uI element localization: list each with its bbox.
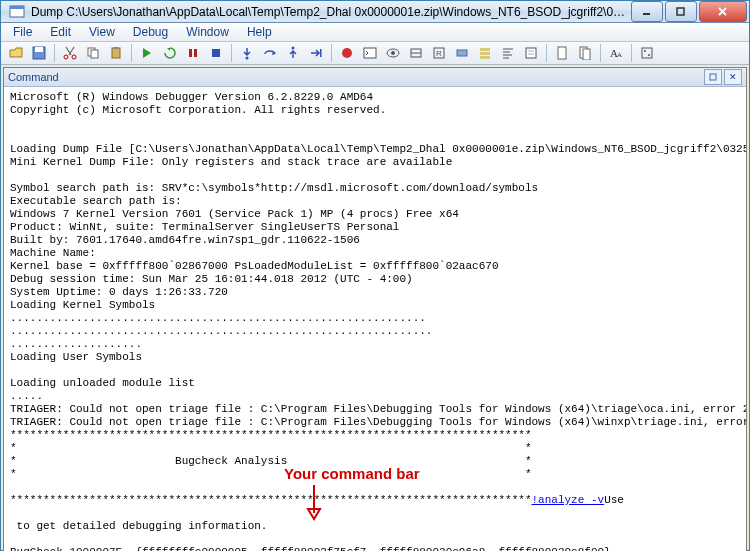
tool-break-icon[interactable] — [182, 42, 204, 64]
toolbar-separator — [231, 44, 232, 62]
toolbar-separator — [546, 44, 547, 62]
svg-rect-7 — [35, 47, 43, 52]
svg-rect-3 — [677, 8, 684, 15]
tool-watch-icon[interactable] — [382, 42, 404, 64]
tool-save-icon[interactable] — [28, 42, 50, 64]
tool-options-icon[interactable] — [636, 42, 658, 64]
tool-bp-icon[interactable] — [336, 42, 358, 64]
svg-rect-38 — [642, 48, 652, 58]
tool-font-icon[interactable]: AA — [605, 42, 627, 64]
menu-window[interactable]: Window — [178, 23, 237, 41]
svg-rect-30 — [480, 52, 490, 55]
svg-point-20 — [342, 48, 352, 58]
menu-view[interactable]: View — [81, 23, 123, 41]
toolbar-separator — [631, 44, 632, 62]
svg-rect-32 — [526, 48, 536, 58]
tool-command-icon[interactable] — [359, 42, 381, 64]
tool-paste-icon[interactable] — [105, 42, 127, 64]
svg-point-39 — [644, 50, 646, 52]
svg-rect-1 — [10, 6, 24, 9]
menu-debug[interactable]: Debug — [125, 23, 176, 41]
svg-rect-41 — [710, 74, 716, 80]
analyze-link[interactable]: !analyze -v — [532, 494, 605, 506]
toolbar-separator — [600, 44, 601, 62]
svg-rect-35 — [583, 49, 590, 60]
main-window: Dump C:\Users\Jonathan\AppData\Local\Tem… — [0, 0, 750, 551]
svg-rect-28 — [457, 50, 467, 56]
close-button[interactable] — [699, 1, 747, 22]
app-icon — [9, 4, 25, 20]
annotation-arrow-icon — [304, 485, 324, 521]
menu-help[interactable]: Help — [239, 23, 280, 41]
command-titlebar[interactable]: Command ✕ — [4, 68, 746, 87]
svg-point-40 — [648, 54, 650, 56]
command-title-label: Command — [8, 71, 59, 83]
tool-stop-icon[interactable] — [205, 42, 227, 64]
svg-rect-31 — [480, 56, 490, 59]
tool-stepover-icon[interactable] — [259, 42, 281, 64]
svg-rect-16 — [212, 49, 220, 57]
tool-locals-icon[interactable] — [405, 42, 427, 64]
svg-rect-19 — [320, 49, 322, 57]
command-close-button[interactable]: ✕ — [724, 69, 742, 85]
tool-stepinto-icon[interactable] — [236, 42, 258, 64]
tool-registers-icon[interactable]: R — [428, 42, 450, 64]
command-window: Command ✕ Microsoft (R) Windows Debugger… — [3, 67, 747, 551]
toolbar-separator — [331, 44, 332, 62]
command-output[interactable]: Microsoft (R) Windows Debugger Version 6… — [4, 87, 746, 551]
titlebar[interactable]: Dump C:\Users\Jonathan\AppData\Local\Tem… — [1, 1, 749, 23]
svg-rect-14 — [189, 49, 192, 57]
svg-rect-29 — [480, 48, 490, 51]
window-title: Dump C:\Users\Jonathan\AppData\Local\Tem… — [31, 5, 629, 19]
svg-point-23 — [391, 51, 395, 55]
svg-rect-15 — [194, 49, 197, 57]
tool-cut-icon[interactable] — [59, 42, 81, 64]
tool-memory-icon[interactable] — [451, 42, 473, 64]
tool-source-icon[interactable] — [551, 42, 573, 64]
tool-open-icon[interactable] — [5, 42, 27, 64]
menu-file[interactable]: File — [5, 23, 40, 41]
annotation-label: Your command bar — [284, 467, 420, 480]
svg-text:A: A — [617, 51, 622, 59]
svg-rect-12 — [112, 48, 120, 58]
command-dock-button[interactable] — [704, 69, 722, 85]
svg-rect-33 — [558, 47, 566, 59]
menubar: File Edit View Debug Window Help — [1, 23, 749, 42]
toolbar: R AA — [1, 42, 749, 65]
toolbar-separator — [54, 44, 55, 62]
menu-edit[interactable]: Edit — [42, 23, 79, 41]
svg-point-8 — [64, 55, 68, 59]
tool-runto-icon[interactable] — [305, 42, 327, 64]
tool-restart-icon[interactable] — [159, 42, 181, 64]
minimize-button[interactable] — [631, 1, 663, 22]
tool-stepout-icon[interactable] — [282, 42, 304, 64]
svg-rect-13 — [114, 47, 118, 49]
toolbar-separator — [131, 44, 132, 62]
maximize-button[interactable] — [665, 1, 697, 22]
svg-rect-21 — [364, 48, 376, 58]
svg-text:R: R — [436, 49, 442, 58]
tool-callstack-icon[interactable] — [474, 42, 496, 64]
tool-source2-icon[interactable] — [574, 42, 596, 64]
svg-rect-11 — [91, 50, 98, 58]
svg-point-17 — [246, 57, 249, 60]
svg-point-9 — [72, 55, 76, 59]
tool-scratch-icon[interactable] — [520, 42, 542, 64]
svg-point-18 — [292, 47, 295, 50]
tool-go-icon[interactable] — [136, 42, 158, 64]
tool-copy-icon[interactable] — [82, 42, 104, 64]
tool-disasm-icon[interactable] — [497, 42, 519, 64]
